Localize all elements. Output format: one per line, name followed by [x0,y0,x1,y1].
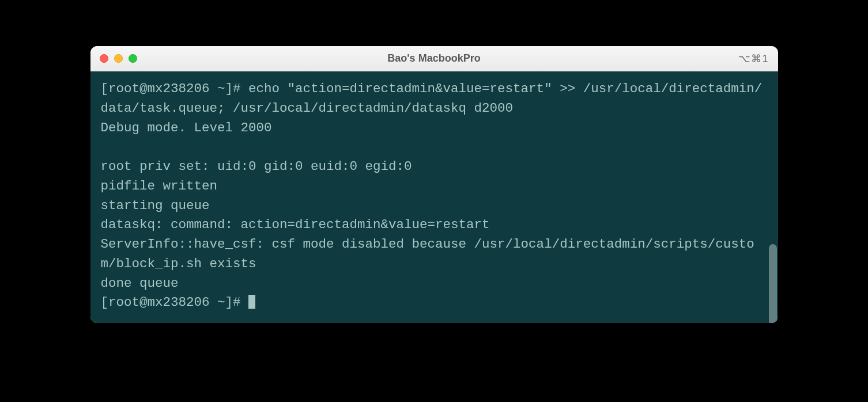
close-icon[interactable] [100,54,108,63]
minimize-icon[interactable] [114,54,123,63]
titlebar[interactable]: Bao's MacbookPro ⌥⌘1 [90,46,778,71]
cursor-icon [248,295,255,309]
terminal-line: Debug mode. Level 2000 [101,120,272,135]
terminal-prompt: [root@mx238206 ~]# [101,295,249,310]
terminal-line: root priv set: uid:0 gid:0 euid:0 egid:0 [101,159,412,174]
scrollbar-thumb[interactable] [769,244,777,323]
window-shortcut: ⌥⌘1 [738,52,768,65]
terminal-line: pidfile written [101,179,218,194]
terminal-window: Bao's MacbookPro ⌥⌘1 [root@mx238206 ~]# … [90,46,778,323]
terminal-line: starting queue [101,198,210,213]
terminal-line: [root@mx238206 ~]# echo "action=directad… [101,81,763,116]
terminal-body[interactable]: [root@mx238206 ~]# echo "action=directad… [90,71,778,323]
terminal-line: done queue [101,276,179,291]
terminal-line: dataskq: command: action=directadmin&val… [101,217,490,232]
zoom-icon[interactable] [129,54,137,63]
window-title: Bao's MacbookPro [387,52,480,65]
terminal-line: ServerInfo::have_csf: csf mode disabled … [101,237,754,271]
terminal-output: [root@mx238206 ~]# echo "action=directad… [101,79,768,313]
traffic-lights [100,54,137,63]
